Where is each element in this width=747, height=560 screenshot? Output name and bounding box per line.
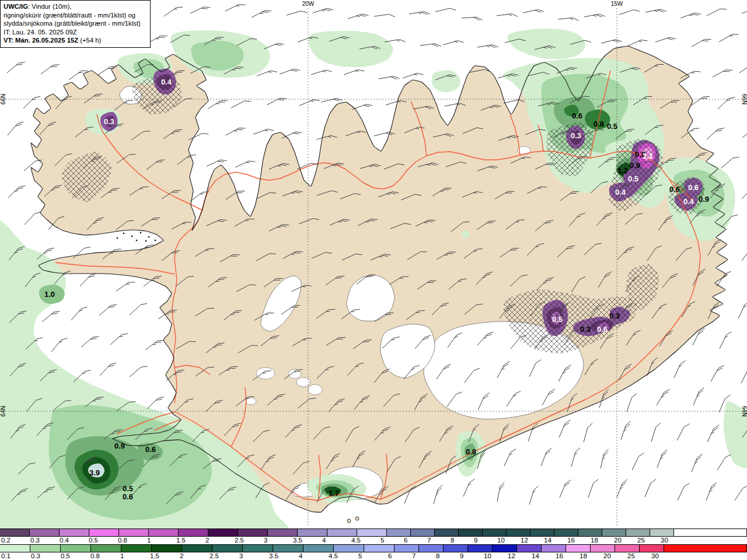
legend-cell: [303, 544, 334, 552]
precip-value: 0.4: [161, 78, 172, 86]
precip-value: 1.1: [643, 152, 653, 160]
legend-cell: [59, 528, 89, 537]
forecast-info-line-1: UWC/IG: Vindur (10m),: [4, 2, 147, 11]
legend-tick-label: 4: [322, 537, 326, 544]
precip-value: 0.3: [609, 312, 620, 320]
legend-tick-label: 3: [239, 552, 243, 559]
legend-tick-label: 25: [637, 537, 645, 544]
legend-tick-label: 4.5: [351, 537, 361, 544]
precip-value: 0.9: [699, 195, 709, 204]
legend-tick-label: 6: [404, 537, 407, 544]
legend-cell: [212, 544, 243, 552]
legend-tick-label: 20: [603, 552, 611, 559]
legend-tick-label: 12: [508, 552, 515, 559]
legend-cell: [30, 544, 61, 552]
precip-value: 0.6: [688, 183, 699, 192]
precip-value: 0.4: [683, 197, 694, 206]
legend-cell: [208, 528, 238, 537]
legend-tick-label: 18: [580, 552, 587, 559]
precip-value: 0.9: [114, 442, 125, 450]
legend-tick-label: 6: [388, 552, 392, 559]
legend-tick-label: 0.4: [60, 537, 69, 544]
legend-tick-label: 0.2: [1, 537, 11, 544]
legend-cell: [364, 544, 395, 552]
precip-value: 0.6: [597, 325, 608, 334]
legend-tick-label: 14: [544, 537, 551, 544]
legend-tick-label: 0.3: [31, 552, 40, 559]
legend-tick-label: 9: [474, 537, 477, 544]
legend-cell: [151, 544, 182, 552]
parallel-label: 64N: [0, 406, 6, 416]
legend-cell: [530, 528, 554, 537]
legend-tick-label: 3.5: [269, 552, 278, 559]
legend-cell: [90, 544, 121, 552]
precip-value: 0.5: [628, 174, 638, 183]
forecast-info-box: UWC/IG: Vindur (10m),rigning/skúrir (græ…: [0, 0, 151, 48]
legend-tick-label: 0.5: [61, 552, 70, 559]
forecast-info-line-3: slydda/snjókoma (grátt/bleikt/grænt - mm…: [4, 19, 147, 28]
legend-cell: [410, 528, 435, 537]
legend-cell: [0, 528, 30, 537]
precip-value: 1.2: [617, 166, 628, 175]
precip-value: 0.5: [123, 484, 133, 493]
legend-cell: [434, 528, 459, 537]
meridian-label: 20W: [302, 1, 315, 7]
legend-tick-label: 14: [532, 552, 539, 559]
legend-tick-label: 16: [556, 552, 563, 559]
legend-tick-label: 0.5: [89, 537, 98, 544]
legend-tick-label: 0.8: [90, 552, 100, 559]
legend-tick-label: 20: [614, 537, 622, 544]
legend-cell: [178, 528, 208, 537]
legend-cell: [121, 544, 152, 552]
legend-cell: [0, 544, 30, 552]
legend-cell: [418, 544, 444, 552]
legend-cell: [516, 544, 542, 552]
legend-cell: [148, 528, 179, 537]
legend-tick-label: 1: [120, 552, 124, 559]
legend-tick-label: 9: [460, 552, 463, 559]
sleet-scale-bar: [0, 528, 747, 537]
legend-cell: [673, 528, 747, 537]
forecast-info-line-2: rigning/skúrir (grænt/blátt/rautt - mm/1…: [4, 11, 147, 20]
precip-value: 0.9: [630, 161, 640, 170]
legend-cell: [482, 528, 507, 537]
legend-tick-label: 12: [521, 537, 528, 544]
legend-cell: [333, 544, 364, 552]
legend-tick-label: 2.5: [235, 537, 244, 544]
precip-value: 0.6: [572, 111, 582, 120]
legend-tick-label: 2: [205, 537, 209, 544]
parallel-label: 66N: [0, 94, 6, 104]
legend-tick-label: 4: [299, 552, 302, 559]
legend-cell: [554, 528, 578, 537]
precip-value: 0.6: [669, 185, 680, 194]
legend-cell: [566, 544, 591, 552]
legend-tick-label: 16: [567, 537, 575, 544]
precip-value: 0.8: [466, 447, 476, 456]
legend-cell: [443, 544, 468, 552]
precip-value: 0.8: [594, 120, 604, 128]
legend-cell: [506, 528, 530, 537]
legend-cell: [238, 528, 268, 537]
legend-tick-label: 0.3: [30, 537, 40, 544]
rain-scale-bar: [0, 544, 747, 552]
legend-cell: [639, 544, 664, 552]
precip-value: 1.7: [329, 489, 339, 498]
sleet-scale-labels: 0.20.30.40.50.811.522.533.544.5567891012…: [0, 537, 747, 544]
legend-cell: [386, 528, 411, 537]
legend-tick-label: 18: [591, 537, 598, 544]
legend-tick-label: 2: [180, 552, 183, 559]
legend-cell: [626, 528, 650, 537]
precip-value: 0.4: [615, 188, 626, 197]
precip-value: 0.6: [145, 445, 156, 454]
legend-cell: [29, 528, 60, 537]
legend-cell: [602, 528, 626, 537]
precip-value: 0.3: [104, 117, 114, 126]
legend-cell: [458, 528, 483, 537]
legend-tick-label: 3: [264, 537, 267, 544]
legend-tick-label: 25: [627, 552, 635, 559]
legend-cell: [492, 544, 517, 552]
legend-cell: [267, 528, 298, 537]
precip-value: 0.6: [123, 492, 133, 501]
legend-cell: [541, 544, 566, 552]
precip-value: 0.3: [571, 131, 581, 140]
